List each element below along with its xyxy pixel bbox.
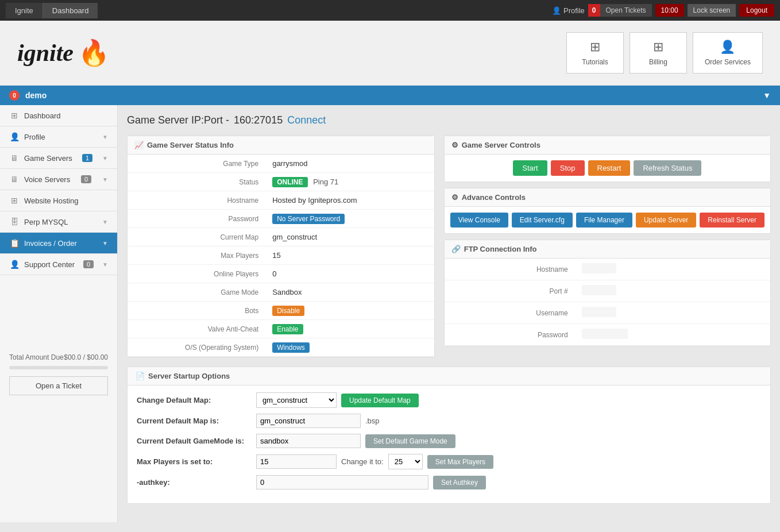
notification-badge: 0 [9,90,20,101]
user-chevron-icon[interactable]: ▼ [763,91,771,100]
sidebar-item-website-hosting[interactable]: ⊞ Website Hosting [0,190,117,211]
current-map-label: Current Map [128,228,265,246]
table-row: Bots Disable [128,302,434,320]
header-area: ignite 🔥 ⊞ Tutorials ⊞ Billing 👤 Order S… [0,21,780,86]
max-players-value: 15 [265,246,434,265]
brand-label[interactable]: Ignite [6,3,43,18]
change-to-select[interactable]: 25 [388,454,423,469]
sidebar-dashboard-label: Dashboard [24,111,61,120]
edit-servercfg-button[interactable]: Edit Server.cfg [512,213,573,228]
billing-button[interactable]: ⊞ Billing [630,32,687,74]
update-server-button[interactable]: Update Server [636,213,696,228]
dashboard-label[interactable]: Dashboard [43,3,98,18]
game-servers-chevron-icon: ▼ [102,155,108,161]
game-mode-label: Game Mode [128,283,265,302]
startup-panel: 📄 Server Startup Options Change Default … [127,367,771,504]
sidebar-item-game-servers[interactable]: 🖥 Game Servers 1 ▼ [0,148,117,169]
advance-controls-panel: ⚙ Advance Controls View Console Edit Ser… [444,188,771,234]
sidebar-item-voice-servers[interactable]: 🖥 Voice Servers 0 ▼ [0,169,117,190]
start-button[interactable]: Start [513,160,547,176]
voice-servers-icon: 🖥 [9,175,20,184]
status-panel-header: 📈 Game Server Status Info [128,136,434,155]
game-servers-icon: 🖥 [9,153,20,163]
sidebar-item-invoices[interactable]: 📋 Invoices / Order ▼ [0,233,117,254]
online-badge: ONLINE [272,177,307,187]
reinstall-server-button[interactable]: Reinstall Server [700,213,764,228]
gamemode-input[interactable] [256,434,361,448]
order-services-button[interactable]: 👤 Order Services [693,32,763,74]
table-row: Hostname Hosted by Ignitepros.com [128,191,434,210]
gamemode-label: Current Default GameMode is: [137,437,252,445]
invoices-chevron-icon: ▼ [102,240,108,246]
controls-panel-title: Game Server Controls [462,141,540,149]
mysql-chevron-icon: ▼ [102,219,108,225]
invoices-icon: 📋 [9,238,20,248]
ticket-count[interactable]: 0 [588,4,600,17]
sidebar-game-servers-label: Game Servers [24,154,72,163]
startup-panel-title: Server Startup Options [148,372,230,380]
no-password-badge[interactable]: No Server Password [272,214,345,224]
content: Game Server IP:Port - 160:27015 Connect … [118,105,780,522]
sidebar-item-perp-mysql[interactable]: 🗄 Perp MYSQL ▼ [0,211,117,233]
tutorials-label: Tutorials [582,58,608,66]
sidebar-item-dashboard[interactable]: ⊞ Dashboard [0,105,117,126]
windows-badge: Windows [272,342,310,353]
set-max-players-button[interactable]: Set Max Players [427,455,493,469]
table-row: O/S (Operating System) Windows [128,338,434,357]
change-map-label: Change Default Map: [137,396,252,404]
ticket-label[interactable]: Open Tickets [600,4,652,17]
set-authkey-button[interactable]: Set Authkey [433,476,486,489]
online-players-value: 0 [265,265,434,283]
logo-area: ignite 🔥 [17,39,110,67]
stop-button[interactable]: Stop [551,160,585,176]
main-layout: ⊞ Dashboard 👤 Profile ▼ 🖥 Game Servers 1… [0,105,780,522]
ftp-password-label: Password [445,324,575,346]
ftp-port-value [575,280,770,302]
order-icon: 👤 [720,40,735,55]
authkey-input[interactable] [256,475,428,489]
ftp-password-field [582,329,628,339]
max-players-input[interactable] [256,454,337,469]
bots-disable-badge[interactable]: Disable [272,306,304,316]
lockscreen-button[interactable]: Lock screen [688,4,736,17]
sidebar-item-profile[interactable]: 👤 Profile ▼ [0,126,117,148]
total-due-label: Total Amount Due [9,353,64,361]
connect-link[interactable]: Connect [287,114,326,126]
sidebar-profile-label: Profile [24,133,45,141]
ftp-hostname-field [582,263,616,273]
vac-enable-badge[interactable]: Enable [272,324,303,334]
view-console-button[interactable]: View Console [450,213,508,228]
authkey-row: -authkey: Set Authkey [137,475,761,489]
table-row: Game Type garrysmod [128,155,434,173]
change-to-label: Change it to: [341,457,384,466]
sidebar-bottom: Total Amount Due $00.0 / $00.00 Open a T… [0,344,117,404]
website-icon: ⊞ [9,196,20,205]
game-mode-value: Sandbox [265,283,434,302]
chart-icon: 📈 [134,141,144,149]
set-gamemode-button[interactable]: Set Default Game Mode [365,434,455,448]
server-ip: 160:27015 [234,114,283,126]
logout-button[interactable]: Logout [739,4,774,17]
tutorials-icon: ⊞ [590,40,600,55]
sidebar-item-support[interactable]: 👤 Support Center 0 ▼ [0,254,117,275]
hostname-value: Hosted by Ignitepros.com [265,191,434,210]
open-ticket-button[interactable]: Open a Ticket [9,376,108,395]
tutorials-button[interactable]: ⊞ Tutorials [566,32,624,74]
ftp-hostname-value [575,259,770,280]
bsp-ext: .bsp [365,417,380,425]
max-players-set-label: Max Players is set to: [137,457,252,466]
update-default-map-button[interactable]: Update Default Map [341,394,419,407]
advance-panel-header: ⚙ Advance Controls [445,188,770,207]
table-row: Game Mode Sandbox [128,283,434,302]
current-map-input[interactable] [256,414,361,428]
top-nav-right: 👤 Profile 0 Open Tickets 10:00 Lock scre… [552,4,774,17]
info-table: Game Type garrysmod Status ONLINE Ping 7… [128,155,434,357]
file-manager-button[interactable]: File Manager [576,213,632,228]
refresh-status-button[interactable]: Refresh Status [634,160,701,176]
change-map-select[interactable]: gm_construct [256,392,337,408]
header-actions: ⊞ Tutorials ⊞ Billing 👤 Order Services [566,32,763,74]
ftp-hostname-row: Hostname [445,259,770,280]
user-bar: 0 demo ▼ [0,86,780,105]
restart-button[interactable]: Restart [588,160,631,176]
profile-link[interactable]: 👤 Profile [552,6,585,15]
